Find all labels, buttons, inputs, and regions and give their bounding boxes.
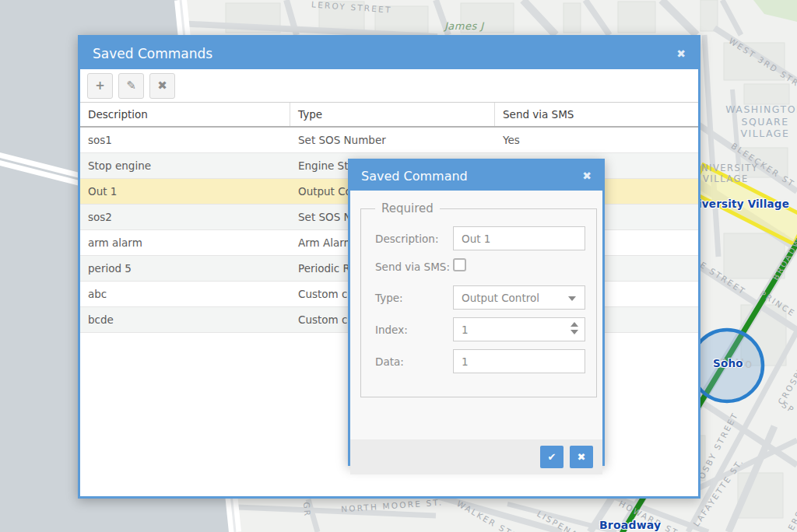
type-field-row: Type: Output Control	[375, 285, 585, 310]
delete-icon: ✖	[157, 79, 167, 93]
description-field-row: Description:	[375, 226, 585, 250]
index-spinner[interactable]	[571, 322, 578, 334]
type-select-value: Output Control	[462, 292, 539, 304]
saved-commands-title: Saved Commands	[93, 46, 212, 61]
data-label: Data:	[375, 355, 453, 368]
edit-command-button[interactable]: ✎	[118, 73, 144, 99]
close-icon[interactable]: ✖	[676, 48, 686, 59]
checkmark-icon: ✔	[548, 451, 556, 463]
pencil-icon: ✎	[126, 79, 136, 93]
index-field-row: Index:	[375, 317, 585, 341]
chevron-down-icon	[568, 296, 576, 301]
cell-description: period 5	[80, 256, 290, 281]
required-fieldset: Required Description: Send via SMS: Type…	[360, 201, 597, 397]
cell-type: Set SOS Number	[290, 128, 495, 152]
index-label: Index:	[375, 324, 453, 336]
sms-field-row: Send via SMS:	[375, 258, 585, 275]
saved-commands-toolbar: + ✎ ✖	[80, 69, 698, 103]
saved-command-title: Saved Command	[361, 169, 468, 184]
cancel-button[interactable]: ✖	[570, 446, 593, 468]
geofence-circle-soho[interactable]	[691, 330, 763, 401]
description-label: Description:	[375, 233, 453, 245]
sms-checkbox[interactable]	[453, 258, 466, 271]
saved-commands-header[interactable]: Saved Commands ✖	[80, 37, 698, 69]
required-legend: Required	[375, 201, 440, 215]
add-command-button[interactable]: +	[87, 73, 113, 99]
cell-description: bcde	[80, 307, 290, 332]
saved-command-form: Required Description: Send via SMS: Type…	[350, 201, 602, 474]
sms-label: Send via SMS:	[375, 261, 453, 273]
cell-description: Out 1	[80, 179, 290, 204]
cell-description: sos1	[80, 128, 290, 152]
app-stage: LEROY STREET James J WEST 3RD STR WASHIN…	[0, 0, 797, 532]
saved-command-header[interactable]: Saved Command ✖	[350, 161, 602, 191]
data-input[interactable]	[453, 349, 585, 373]
cell-description: sos2	[80, 205, 290, 229]
cell-description: abc	[80, 282, 290, 306]
column-header-type[interactable]: Type	[290, 103, 495, 126]
spinner-up-icon[interactable]	[571, 322, 578, 327]
cell-description: arm alarm	[80, 230, 290, 255]
type-select[interactable]: Output Control	[453, 285, 585, 310]
commands-table-header: Description Type Send via SMS	[80, 103, 698, 128]
data-field-row: Data:	[375, 349, 585, 373]
cell-sms: Yes	[495, 128, 698, 152]
table-row[interactable]: sos1 Set SOS Number Yes	[80, 128, 698, 153]
confirm-button[interactable]: ✔	[540, 446, 564, 468]
index-input[interactable]	[453, 317, 585, 341]
saved-command-footer: ✔ ✖	[350, 439, 602, 474]
column-header-sms[interactable]: Send via SMS	[495, 103, 698, 126]
delete-command-button[interactable]: ✖	[149, 73, 175, 99]
close-icon[interactable]: ✖	[582, 170, 592, 181]
saved-command-dialog: Saved Command ✖ Required Description: Se…	[348, 159, 605, 466]
close-icon: ✖	[578, 451, 586, 463]
column-header-description[interactable]: Description	[80, 103, 290, 126]
description-input[interactable]	[453, 226, 585, 250]
plus-icon: +	[95, 79, 105, 93]
cell-description: Stop engine	[80, 153, 290, 178]
spinner-down-icon[interactable]	[571, 330, 578, 334]
type-label: Type:	[375, 292, 453, 304]
